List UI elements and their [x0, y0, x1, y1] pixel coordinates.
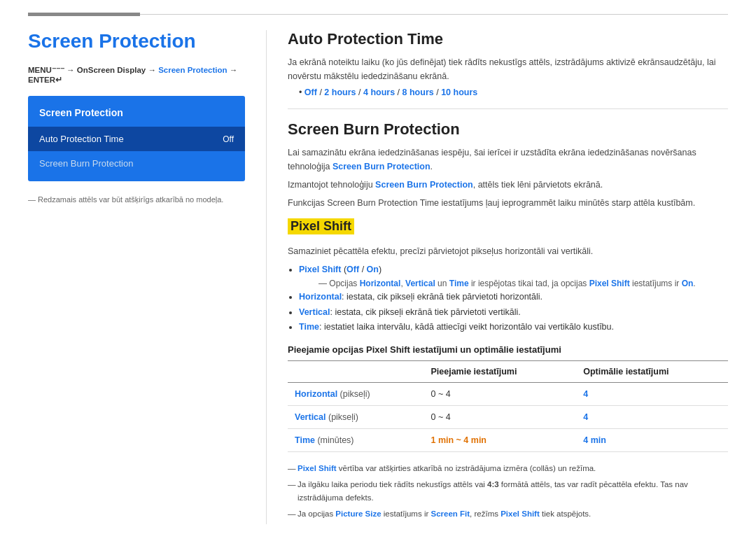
section1-title: Auto Protection Time: [288, 30, 728, 48]
menu-item-auto-label: Auto Protection Time: [39, 134, 124, 144]
left-panel: Screen Protection MENU⁻⁻⁻ → OnScreen Dis…: [28, 30, 266, 524]
menu-item-auto-protection[interactable]: Auto Protection Time Off: [28, 127, 245, 151]
table-row: Horizontal (pikseļi) 0 ~ 4 4: [288, 383, 728, 406]
section2-desc2: Izmantojot tehnoloģiju Screen Burn Prote…: [288, 178, 728, 192]
right-panel: Auto Protection Time Ja ekrānā noteiktu …: [266, 30, 728, 524]
col-header-available: Pieejamie iestatījumi: [424, 361, 576, 383]
table-row: Time (minūtes) 1 min ~ 4 min 4 min: [288, 429, 728, 452]
bottom-note-1: Ja ilgāku laika periodu tiek rādīts neku…: [288, 478, 728, 504]
row-time-label: Time (minūtes): [288, 429, 424, 452]
left-note: Redzamais attēls var būt atšķirīgs atkar…: [28, 195, 245, 204]
row-time-optimal: 4 min: [576, 429, 728, 452]
top-bar-dark: [28, 13, 140, 16]
pixel-shift-bullets: Pixel Shift (Off / On) Opcijas Horizonta…: [299, 262, 728, 335]
bottom-note-0: Pixel Shift vērtība var atšķirties atkar…: [288, 462, 728, 475]
menu-item-burn-label: Screen Burn Protection: [39, 158, 133, 169]
row-time-range: 1 min ~ 4 min: [424, 429, 576, 452]
row-vertical-label: Vertical (pikseļi): [288, 406, 424, 429]
bottom-note-2: Ja opcijas Picture Size iestatījums ir S…: [288, 507, 728, 520]
bullet-3: Time: iestatiet laika intervālu, kādā at…: [299, 320, 728, 335]
pixel-shift-table: Pieejamie iestatījumi Optimālie iestatīj…: [288, 360, 728, 452]
breadcrumb-arrow2: →: [148, 66, 158, 74]
col-header-label: [288, 361, 424, 383]
bottom-notes: Pixel Shift vērtība var atšķirties atkar…: [288, 462, 728, 521]
option-10h: 10 hours: [441, 87, 477, 97]
option-off: Off: [304, 87, 317, 97]
menu-item-auto-value: Off: [223, 134, 234, 144]
breadcrumb-screen-protection: Screen Protection: [158, 66, 227, 74]
section2-desc3: Funkcijas Screen Burn Protection Time ie…: [288, 196, 728, 210]
table-row: Vertical (pikseļi) 0 ~ 4 4: [288, 406, 728, 429]
divider1: [288, 108, 728, 109]
table-section: Pieejamie opcijas Pixel Shift iestatījum…: [288, 344, 728, 452]
breadcrumb-arrow1: →: [66, 66, 77, 74]
breadcrumb-menu: MENU⁻⁻⁻: [28, 66, 64, 74]
row-horizontal-optimal: 4: [576, 383, 728, 406]
page-title: Screen Protection: [28, 30, 245, 52]
row-vertical-optimal: 4: [576, 406, 728, 429]
menu-item-screen-burn[interactable]: Screen Burn Protection: [28, 151, 245, 176]
pixel-shift-heading: Pixel Shift: [288, 218, 354, 234]
option-8h: 8 hours: [402, 87, 434, 97]
pixel-shift-desc: Samaziniet pēcattēla efektu, precīzi pār…: [288, 244, 728, 258]
top-bar-light: [140, 14, 728, 15]
breadcrumb-enter: ENTER↵: [28, 76, 62, 84]
menu-box-title: Screen Protection: [28, 101, 245, 127]
option-4h: 4 hours: [363, 87, 395, 97]
section1-options: • Off / 2 hours / 4 hours / 8 hours / 10…: [299, 87, 728, 97]
section2-desc1: Lai samazinātu ekrāna iededzināšanas ies…: [288, 146, 728, 174]
table-heading: Pieejamie opcijas Pixel Shift iestatījum…: [288, 344, 728, 355]
bullet-0-subnote: Opcijas Horizontal, Vertical un Time ir …: [318, 277, 728, 290]
section2-title: Screen Burn Protection: [288, 120, 728, 139]
row-horizontal-range: 0 ~ 4: [424, 383, 576, 406]
row-vertical-range: 0 ~ 4: [424, 406, 576, 429]
col-header-optimal: Optimālie iestatījumi: [576, 361, 728, 383]
breadcrumb-onscreen: OnScreen Display: [77, 66, 146, 74]
row-horizontal-label: Horizontal (pikseļi): [288, 383, 424, 406]
breadcrumb-arrow3: →: [230, 66, 238, 74]
screen-burn-link: Screen Burn Protection: [332, 162, 430, 171]
option-2h: 2 hours: [324, 87, 356, 97]
menu-box: Screen Protection Auto Protection Time O…: [28, 96, 245, 181]
bullet-0: Pixel Shift (Off / On) Opcijas Horizonta…: [299, 262, 728, 290]
section1-desc: Ja ekrānā noteiktu laiku (ko jūs definēj…: [288, 55, 728, 83]
screen-burn-link2: Screen Burn Protection: [375, 180, 473, 190]
breadcrumb: MENU⁻⁻⁻ → OnScreen Display → Screen Prot…: [28, 65, 245, 85]
bullet-2: Vertical: iestata, cik pikseļi ekrānā ti…: [299, 305, 728, 320]
bullet-1: Horizontal: iestata, cik pikseļi ekrānā …: [299, 290, 728, 304]
